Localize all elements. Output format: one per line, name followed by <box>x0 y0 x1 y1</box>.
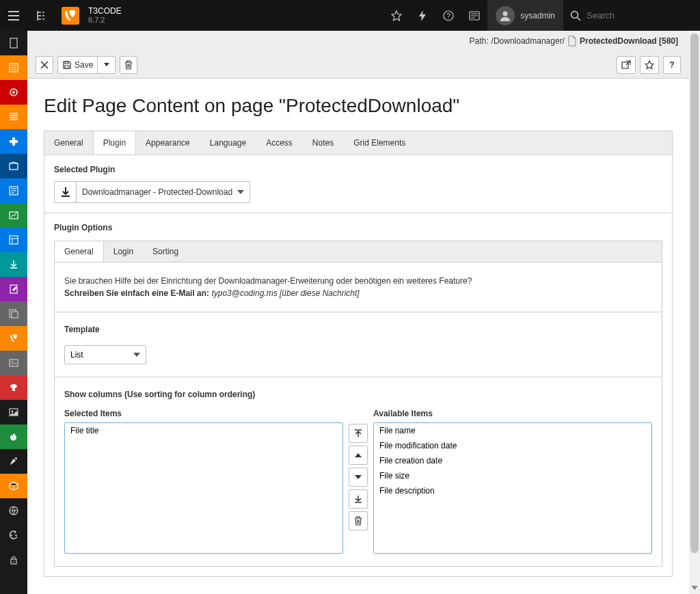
module-item[interactable] <box>0 498 27 523</box>
save-dropdown-button[interactable] <box>98 56 116 74</box>
tree-toggle-icon[interactable] <box>27 0 55 31</box>
flash-icon[interactable] <box>409 0 435 31</box>
help-line1: Sie brauchen Hilfe bei der Einrichtung d… <box>64 275 652 287</box>
download-icon <box>54 181 76 203</box>
module-item[interactable] <box>0 203 27 228</box>
brand-name: T3CODE <box>88 6 122 16</box>
module-item[interactable] <box>0 351 27 375</box>
move-bottom-button[interactable] <box>349 489 368 509</box>
tab-grid-elements[interactable]: Grid Elements <box>344 131 416 154</box>
module-item[interactable] <box>0 178 27 203</box>
module-item[interactable] <box>0 31 27 55</box>
plugin-options-panel: Plugin Options General Login Sorting Sie… <box>44 213 673 577</box>
tab-access[interactable]: Access <box>256 131 303 154</box>
doc-header: Save ? <box>27 51 689 79</box>
module-item[interactable] <box>0 474 27 498</box>
brand-version: 8.7.2 <box>88 16 122 25</box>
module-item[interactable] <box>0 80 27 105</box>
selected-plugin-panel: Selected Plugin Downloadmanager - Protec… <box>44 154 673 213</box>
module-item[interactable] <box>0 129 27 154</box>
brand: T3CODE 8.7.2 <box>88 6 122 25</box>
open-new-window-button[interactable] <box>617 56 636 74</box>
tab-language[interactable]: Language <box>200 131 256 154</box>
svg-rect-11 <box>10 140 18 143</box>
module-item[interactable] <box>0 400 27 424</box>
save-button[interactable]: Save <box>57 56 98 74</box>
tab-appearance[interactable]: Appearance <box>136 131 200 154</box>
plugin-select[interactable]: Downloadmanager - Protected-Download <box>76 181 250 203</box>
topbar: T3CODE 8.7.2 ? sysadmin <box>0 0 700 31</box>
subtab-sorting[interactable]: Sorting <box>143 241 188 262</box>
save-icon <box>62 60 72 70</box>
news-icon[interactable] <box>461 0 487 31</box>
columns-heading: Show columns (Use sorting for column ord… <box>64 390 652 399</box>
path-page[interactable]: ProtectedDownload [580] <box>567 36 678 46</box>
vertical-scrollbar[interactable] <box>689 31 700 594</box>
svg-point-5 <box>571 11 578 18</box>
module-item[interactable] <box>0 449 27 474</box>
page-title: Edit Page Content on page "ProtectedDown… <box>44 95 673 117</box>
list-item[interactable]: File description <box>374 483 651 498</box>
svg-rect-18 <box>12 312 18 318</box>
help-icon[interactable]: ? <box>435 0 461 31</box>
trash-icon <box>124 60 133 70</box>
bookmark-button[interactable] <box>640 56 659 74</box>
page-icon <box>567 36 577 46</box>
delete-button[interactable] <box>120 56 137 74</box>
module-item[interactable] <box>0 548 27 572</box>
svg-point-23 <box>12 411 14 413</box>
module-item[interactable] <box>0 523 27 548</box>
available-items-listbox[interactable]: File nameFile modification dateFile crea… <box>373 422 652 554</box>
svg-rect-12 <box>10 163 18 170</box>
columns-block: Show columns (Use sorting for column ord… <box>55 377 662 566</box>
tab-general[interactable]: General <box>44 131 94 154</box>
module-item[interactable] <box>0 55 27 80</box>
scrollbar-thumb[interactable] <box>690 33 699 553</box>
close-button[interactable] <box>36 56 53 74</box>
svg-rect-21 <box>12 386 15 391</box>
question-icon: ? <box>669 60 674 70</box>
search-input[interactable] <box>587 10 689 21</box>
module-item[interactable] <box>0 326 27 351</box>
path-label: Path: <box>470 36 489 46</box>
menu-burger-icon[interactable] <box>0 0 27 31</box>
search-box[interactable] <box>563 0 700 31</box>
svg-rect-6 <box>10 38 17 48</box>
template-select[interactable]: List <box>64 345 146 364</box>
module-item[interactable] <box>0 105 27 129</box>
module-item[interactable] <box>0 154 27 178</box>
tab-notes[interactable]: Notes <box>303 131 344 154</box>
list-item[interactable]: File title <box>65 423 342 438</box>
svg-rect-15 <box>10 236 18 244</box>
list-item[interactable]: File size <box>374 468 651 483</box>
subtab-login[interactable]: Login <box>104 241 143 262</box>
module-item[interactable] <box>0 228 27 252</box>
list-item[interactable]: File name <box>374 423 651 438</box>
star-icon <box>645 60 654 70</box>
user-menu[interactable]: sysadmin <box>487 0 563 31</box>
tab-plugin[interactable]: Plugin <box>93 131 136 154</box>
list-item[interactable]: File creation date <box>374 453 651 468</box>
scrollbar-arrow-down-icon[interactable] <box>689 583 700 593</box>
close-icon <box>40 61 49 69</box>
svg-text:?: ? <box>447 12 451 20</box>
module-item[interactable] <box>0 252 27 277</box>
remove-item-button[interactable] <box>349 511 368 530</box>
move-top-button[interactable] <box>349 424 368 443</box>
plugin-options-label: Plugin Options <box>54 223 662 232</box>
context-help-button[interactable]: ? <box>663 56 681 74</box>
module-item[interactable] <box>0 301 27 326</box>
module-item[interactable] <box>0 424 27 449</box>
move-up-button[interactable] <box>349 446 368 465</box>
help-line2-italic: typo3@coding.ms [über diese Nachricht] <box>211 288 359 298</box>
plugin-subpanel: Sie brauchen Hilfe bei der Einrichtung d… <box>54 262 662 567</box>
module-item[interactable] <box>0 375 27 400</box>
selected-items-label: Selected Items <box>64 409 343 418</box>
list-item[interactable]: File modification date <box>374 438 651 453</box>
svg-rect-19 <box>10 360 18 366</box>
bookmark-star-icon[interactable] <box>383 0 409 31</box>
move-down-button[interactable] <box>349 468 368 487</box>
module-item[interactable] <box>0 277 27 301</box>
selected-items-listbox[interactable]: File title <box>64 422 343 554</box>
subtab-general[interactable]: General <box>55 241 104 262</box>
